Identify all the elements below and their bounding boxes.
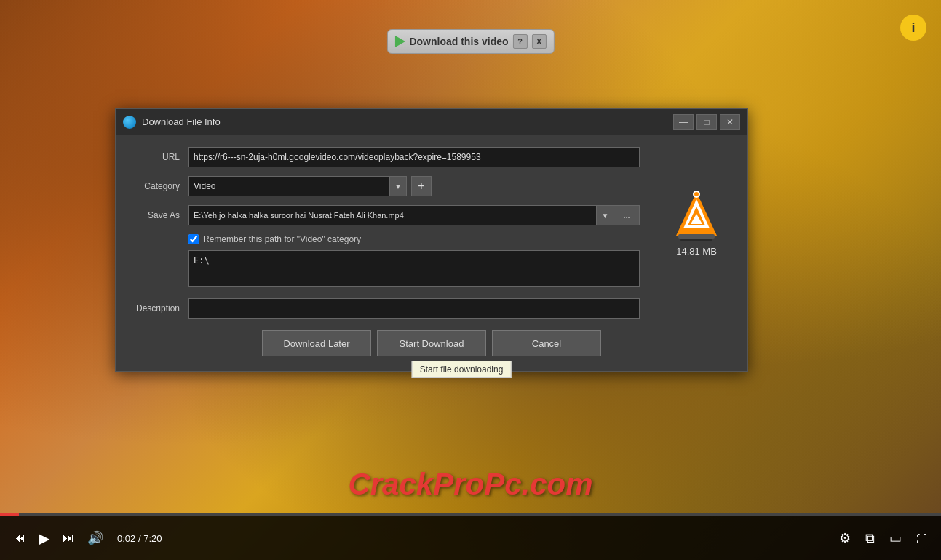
path-input[interactable]: E:\ (188, 250, 640, 287)
description-input[interactable] (188, 298, 640, 319)
settings-button[interactable]: ⚙ (836, 527, 854, 549)
saveas-input[interactable] (188, 205, 596, 225)
description-label: Description (130, 303, 188, 313)
saveas-input-wrapper: ▼ ... (188, 205, 640, 225)
remember-path-checkbox[interactable] (188, 234, 199, 244)
play-icon (394, 36, 405, 47)
info-icon: i (911, 20, 915, 36)
banner-close-button[interactable]: X (532, 34, 547, 49)
saveas-dropdown-arrow[interactable]: ▼ (596, 205, 614, 225)
time-current: 0:02 (117, 533, 135, 544)
theater-button[interactable]: ▭ (886, 527, 905, 549)
banner-help-button[interactable]: ? (513, 34, 528, 49)
saveas-label: Save As (130, 210, 188, 220)
minimize-button[interactable]: — (673, 114, 694, 130)
dialog-icon (123, 116, 136, 129)
svg-point-6 (694, 192, 699, 196)
url-row: URL (130, 147, 733, 167)
start-download-wrapper: Start Download Start file downloading (377, 330, 486, 356)
right-controls: ⚙ ⧉ ▭ ⛶ (836, 527, 930, 549)
banner-title: Download this video (409, 36, 508, 47)
category-dropdown-arrow[interactable]: ▼ (389, 176, 407, 196)
time-total: 7:20 (143, 533, 162, 544)
fullscreen-button[interactable]: ⛶ (913, 529, 930, 548)
vlc-area: 14.81 MB (675, 191, 718, 257)
start-download-button[interactable]: Start Download (377, 330, 486, 356)
volume-button[interactable]: 🔊 (84, 527, 106, 549)
download-later-button[interactable]: Download Later (262, 330, 371, 356)
play-button[interactable]: ▶ (36, 527, 52, 550)
remember-path-label: Remember this path for "Video" category (203, 234, 361, 244)
svg-rect-7 (678, 234, 715, 239)
remember-path-row: Remember this path for "Video" category (188, 234, 733, 244)
download-banner: Download this video ? X (386, 29, 554, 54)
skip-forward-button[interactable]: ⏭ (60, 529, 77, 548)
download-dialog: Download File Info — □ ✕ (115, 108, 748, 372)
url-input[interactable] (188, 147, 640, 167)
time-display: 0:02 / 7:20 (117, 533, 162, 544)
category-label: Category (130, 181, 188, 191)
url-label: URL (130, 152, 188, 162)
cancel-button[interactable]: Cancel (492, 330, 601, 356)
dialog-title: Download File Info (142, 116, 667, 127)
dialog-inner: 14.81 MB URL Category Video Audio Docume… (130, 147, 733, 356)
description-row: Description (130, 298, 733, 319)
add-category-button[interactable]: + (411, 176, 432, 196)
info-button[interactable]: i (900, 15, 926, 41)
file-size: 14.81 MB (676, 246, 717, 257)
chevron-down-icon-saveas: ▼ (602, 212, 609, 220)
chevron-down-icon: ▼ (394, 183, 402, 191)
vlc-cone-icon (675, 191, 718, 241)
dialog-titlebar: Download File Info — □ ✕ (116, 109, 747, 135)
pip-button[interactable]: ⧉ (862, 528, 878, 549)
category-row: Category Video Audio Document Compressed… (130, 176, 733, 196)
saveas-row: Save As ▼ ... (130, 205, 733, 225)
player-controls: ⏮ ▶ ⏭ 🔊 0:02 / 7:20 ⚙ ⧉ ▭ ⛶ (0, 516, 941, 560)
category-select[interactable]: Video Audio Document Compressed Other (188, 176, 390, 196)
path-input-wrapper: E:\ (188, 250, 640, 289)
action-buttons-row: Download Later Start Download Start file… (130, 330, 733, 356)
skip-back-button[interactable]: ⏮ (11, 529, 28, 548)
dialog-content: 14.81 MB URL Category Video Audio Docume… (116, 135, 747, 371)
category-select-wrapper: Video Audio Document Compressed Other ▼ … (188, 176, 733, 196)
titlebar-buttons: — □ ✕ (673, 114, 740, 130)
close-button[interactable]: ✕ (720, 114, 740, 130)
maximize-button[interactable]: □ (696, 114, 717, 130)
browse-button[interactable]: ... (614, 205, 640, 225)
